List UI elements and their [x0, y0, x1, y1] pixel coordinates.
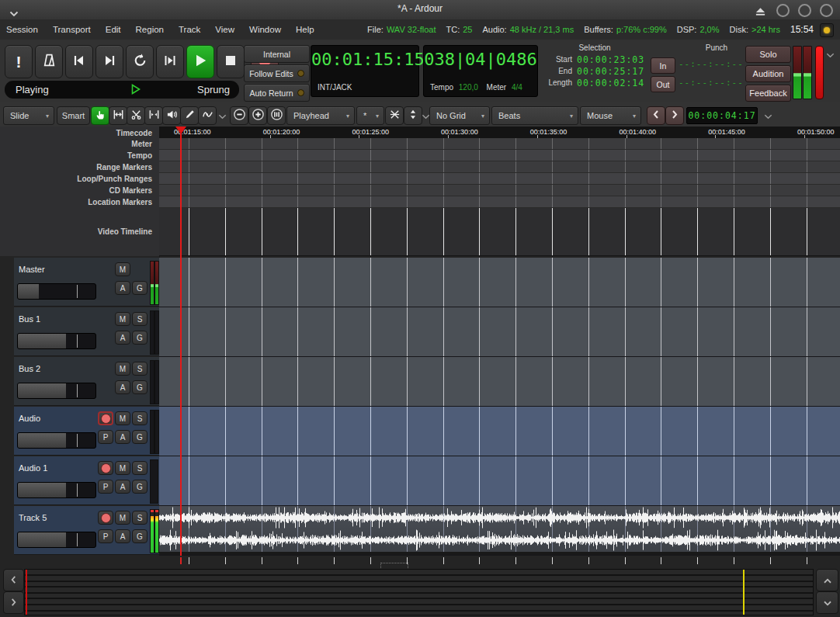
playhead-line[interactable] [180, 127, 182, 556]
record-arm-button[interactable] [98, 461, 113, 475]
shade-icon[interactable] [755, 5, 766, 19]
track-name[interactable]: Audio [19, 414, 40, 423]
nudge-back-button[interactable] [647, 106, 665, 125]
track-lane-audio-1[interactable] [159, 456, 840, 506]
mute-button[interactable]: M [115, 262, 130, 276]
toolbar-chevron-icon[interactable] [764, 109, 772, 123]
track-name[interactable]: Audio 1 [19, 463, 47, 473]
playlist-button[interactable]: P [98, 480, 113, 494]
track-fader[interactable] [17, 432, 96, 449]
mute-button[interactable]: M [115, 362, 130, 376]
draw-tool-button[interactable] [180, 106, 199, 125]
solo-button[interactable]: S [132, 461, 148, 475]
ruler-label-timecode[interactable]: Timecode [116, 129, 153, 137]
menu-region[interactable]: Region [136, 25, 164, 34]
playlist-button[interactable]: P [98, 529, 113, 543]
automation-button[interactable]: A [115, 331, 130, 345]
track-header-audio-1[interactable]: Audio 1MSPAG [14, 456, 159, 505]
track-lane-track-5[interactable] [159, 506, 840, 556]
ruler-row-meter[interactable] [159, 138, 840, 150]
playlist-button[interactable]: P [98, 430, 113, 444]
go-to-end-button[interactable] [95, 45, 123, 78]
record-arm-button[interactable] [98, 511, 113, 525]
solo-button[interactable]: S [132, 312, 148, 326]
zoom-out-button[interactable] [230, 106, 248, 125]
ruler-label-tempo[interactable]: Tempo [127, 151, 152, 160]
track-fader[interactable] [17, 283, 96, 300]
punch-out-button[interactable]: Out [651, 76, 675, 92]
menu-track[interactable]: Track [179, 25, 200, 34]
grid-dropdown[interactable]: No Grid▾ [429, 106, 490, 125]
ruler-row-range-markers[interactable] [159, 161, 840, 173]
ruler-row-cd-markers[interactable] [159, 185, 840, 196]
ruler-label-video-timeline[interactable]: Video Timeline [98, 227, 152, 236]
peak-indicator[interactable] [815, 46, 824, 99]
track-lane-bus-2[interactable] [159, 357, 840, 407]
track-header-master[interactable]: MasterMAG [14, 258, 159, 307]
metronome-button[interactable] [35, 45, 63, 78]
audition-tool-button[interactable] [162, 106, 181, 125]
loop-button[interactable] [126, 45, 154, 78]
sync-source[interactable]: INT/JACK [318, 83, 352, 92]
automation-button[interactable]: A [115, 480, 130, 494]
nudge-forward-button[interactable] [665, 106, 684, 125]
solo-button[interactable]: S [132, 411, 148, 425]
go-to-start-button[interactable] [65, 45, 93, 78]
session-summary[interactable] [24, 569, 814, 615]
ruler-label-location-markers[interactable]: Location Markers [88, 198, 152, 206]
zoom-focus-dropdown[interactable]: Playhead▾ [286, 106, 355, 125]
track-fader[interactable] [17, 482, 96, 498]
track-header-bus-2[interactable]: Bus 2MSAG [14, 357, 159, 406]
timecode-ruler[interactable]: 00:01:15:0000:01:20:0000:01:25:0000:01:3… [159, 127, 840, 138]
menu-view[interactable]: View [215, 25, 234, 34]
ruler-label-cd-markers[interactable]: CD Markers [109, 186, 152, 195]
group-button[interactable]: G [132, 480, 148, 494]
midi-panic-button[interactable]: ! [5, 45, 33, 78]
internal-edit-tool-button[interactable] [198, 106, 217, 125]
menu-help[interactable]: Help [296, 25, 314, 34]
stretch-tool-button[interactable] [144, 106, 163, 125]
track-lane-master[interactable] [159, 258, 840, 307]
track-header-track-5[interactable]: Track 5MSPAG [14, 506, 159, 555]
summary-playhead-marker[interactable] [743, 570, 745, 615]
fit-tracks-button[interactable] [385, 106, 404, 125]
mute-button[interactable]: M [115, 511, 130, 525]
scroll-down-button[interactable] [816, 591, 838, 614]
track-name[interactable]: Track 5 [19, 513, 47, 522]
mute-button[interactable]: M [115, 312, 130, 326]
play-range-button[interactable] [156, 45, 184, 78]
ruler-label-loop-punch-ranges[interactable]: Loop/Punch Ranges [77, 175, 152, 183]
grid-units-dropdown[interactable]: Beats▾ [491, 106, 578, 125]
automation-button[interactable]: A [115, 380, 130, 394]
play-button[interactable] [186, 45, 214, 78]
tempo-value[interactable]: 120,0 [459, 83, 478, 92]
summary-view-start-marker[interactable] [26, 570, 27, 615]
maximize-button[interactable] [798, 4, 811, 17]
automation-button[interactable]: A [115, 281, 130, 295]
track-name[interactable]: Bus 2 [19, 364, 40, 373]
minimize-button[interactable] [776, 4, 790, 17]
track-name[interactable]: Bus 1 [19, 314, 40, 324]
cut-tool-button[interactable] [127, 106, 145, 125]
menu-session[interactable]: Session [6, 25, 38, 34]
scroll-up-button[interactable] [816, 569, 838, 591]
selection-row-value[interactable]: 00:00:25:17 [577, 66, 644, 77]
zoom-preset-dropdown[interactable]: *▾ [356, 106, 384, 125]
ruler-row-location-markers[interactable] [159, 196, 840, 208]
ruler-label-meter[interactable]: Meter [131, 140, 152, 148]
menu-window[interactable]: Window [249, 25, 281, 34]
option-follow-edits[interactable]: Follow Edits [244, 64, 310, 82]
group-button[interactable]: G [132, 430, 148, 444]
track-header-audio[interactable]: AudioMSPAG [14, 407, 159, 456]
track-fader[interactable] [17, 383, 96, 399]
mute-button[interactable]: M [115, 411, 130, 425]
ruler-label-range-markers[interactable]: Range Markers [96, 163, 152, 172]
group-button[interactable]: G [132, 331, 148, 345]
audition-button[interactable]: Audition [745, 65, 791, 82]
secondary-clock[interactable]: 038|04|0486 Tempo 120,0 Meter 4/4 [423, 45, 538, 97]
record-arm-button[interactable] [98, 411, 113, 425]
playhead-marker[interactable] [175, 127, 186, 134]
solo-button[interactable]: Solo [745, 46, 791, 63]
option-internal[interactable]: Internal [244, 45, 310, 63]
track-name[interactable]: Master [19, 265, 45, 274]
